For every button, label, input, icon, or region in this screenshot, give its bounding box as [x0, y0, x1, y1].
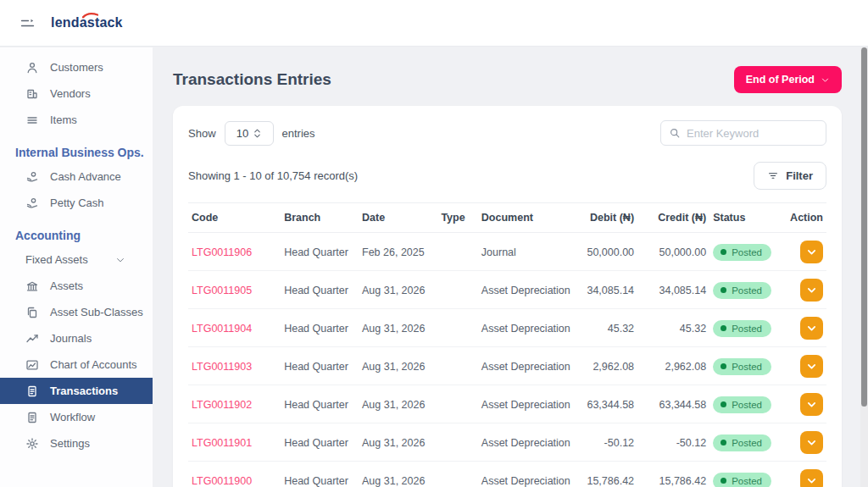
sidebar-item-vendors[interactable]: Vendors	[0, 80, 153, 107]
document-cell: Asset Depreciation	[478, 423, 580, 462]
row-action-button[interactable]	[800, 431, 823, 454]
sidebar-item-items[interactable]: Items	[0, 107, 153, 133]
table-header-row: Code Branch Date Type Document Debit (₦)…	[188, 203, 826, 233]
action-cell	[780, 309, 826, 347]
scrollbar-thumb[interactable]	[861, 47, 867, 407]
end-of-period-button[interactable]: End of Period	[734, 66, 842, 93]
table-row: LTG0011905Head QuarterAug 31, 2026Asset …	[188, 271, 826, 309]
sidebar-item-petty-cash[interactable]: Petty Cash	[0, 190, 153, 216]
branch-cell: Head Quarter	[281, 462, 359, 487]
status-label: Posted	[732, 324, 762, 334]
search-input[interactable]	[687, 127, 818, 140]
sidebar-item-label: Customers	[50, 61, 103, 74]
document-cell: Journal	[478, 233, 580, 271]
sidebar-item-cash-advance[interactable]: Cash Advance	[0, 163, 153, 190]
sidebar-item-label: Items	[50, 113, 77, 126]
sidebar-item-label: Assets	[50, 279, 83, 292]
row-action-button[interactable]	[800, 241, 823, 263]
sidebar-item-label: Transactions	[50, 385, 118, 397]
debit-cell: 34,085.14	[580, 271, 637, 309]
search-box	[660, 120, 826, 146]
col-type: Type	[437, 203, 477, 233]
type-cell	[437, 347, 477, 385]
transaction-code-link[interactable]: LTG0011906	[188, 233, 281, 271]
col-credit: Credit (₦)	[637, 203, 709, 233]
transaction-code-link[interactable]: LTG0011900	[188, 462, 281, 487]
transaction-code-link[interactable]: LTG0011903	[188, 347, 281, 385]
date-cell: Aug 31, 2026	[359, 385, 437, 423]
status-badge: Posted	[713, 396, 771, 413]
page-size-select[interactable]: 10	[225, 121, 274, 146]
col-action: Action	[780, 203, 826, 233]
app-logo: lendastack	[51, 15, 123, 30]
status-badge: Posted	[713, 434, 771, 451]
status-badge: Posted	[713, 320, 771, 337]
transaction-code-link[interactable]: LTG0011902	[188, 385, 281, 423]
chevron-down-icon	[806, 361, 817, 372]
status-dot-icon	[721, 401, 726, 407]
sidebar-item-transactions[interactable]: Transactions	[0, 378, 153, 404]
filter-button[interactable]: Filter	[754, 162, 826, 190]
chevron-down-icon	[806, 437, 817, 448]
table-row: LTG0011902Head QuarterAug 31, 2026Asset …	[188, 385, 826, 423]
sidebar-group-fixed-assets[interactable]: Fixed Assets	[0, 246, 153, 273]
page-size-value: 10	[236, 127, 248, 140]
main-content: Transactions Entries End of Period Show …	[153, 47, 860, 487]
status-dot-icon	[721, 287, 726, 293]
date-cell: Aug 31, 2026	[359, 462, 437, 487]
transaction-code-link[interactable]: LTG0011905	[188, 271, 281, 309]
hand-money-icon	[25, 196, 39, 210]
type-cell	[437, 462, 477, 487]
sidebar-item-assets[interactable]: Assets	[0, 273, 153, 299]
sidebar-item-label: Petty Cash	[50, 196, 104, 209]
status-cell: Posted	[709, 347, 780, 385]
debit-cell: 45.32	[580, 309, 637, 347]
transactions-table: Code Branch Date Type Document Debit (₦)…	[188, 202, 826, 487]
type-cell	[437, 309, 477, 347]
status-badge: Posted	[713, 244, 771, 261]
end-of-period-label: End of Period	[746, 74, 815, 86]
status-label: Posted	[732, 362, 762, 372]
table-row: LTG0011903Head QuarterAug 31, 2026Asset …	[188, 347, 826, 385]
status-label: Posted	[732, 438, 762, 448]
table-row: LTG0011900Head QuarterAug 31, 2026Asset …	[188, 462, 826, 487]
row-action-button[interactable]	[800, 279, 823, 302]
row-action-button[interactable]	[800, 317, 823, 340]
sidebar-item-settings[interactable]: Settings	[0, 430, 153, 457]
sidebar-item-journals[interactable]: Journals	[0, 325, 153, 351]
user-icon	[25, 61, 39, 75]
copy-icon	[25, 306, 39, 319]
sidebar-section-accounting: Accounting	[0, 229, 153, 242]
vertical-scrollbar[interactable]	[860, 47, 868, 487]
status-label: Posted	[732, 400, 762, 410]
entries-label: entries	[282, 127, 315, 140]
sidebar-item-chart-of-accounts[interactable]: Chart of Accounts	[0, 351, 153, 378]
status-dot-icon	[721, 325, 726, 331]
select-spinner-icon	[253, 129, 261, 138]
credit-cell: 34,085.14	[637, 271, 709, 309]
action-cell	[780, 423, 826, 462]
sidebar-item-label: Chart of Accounts	[50, 358, 137, 371]
transactions-card: Show 10 entries Showing 1 - 10 of 10,754…	[173, 106, 842, 487]
transaction-code-link[interactable]: LTG0011904	[188, 309, 281, 347]
chart-icon	[25, 358, 39, 372]
gear-icon	[25, 437, 39, 451]
sidebar-item-customers[interactable]: Customers	[0, 54, 153, 80]
sidebar-item-asset-sub-classes[interactable]: Asset Sub-Classes	[0, 299, 153, 325]
sidebar-toggle-icon[interactable]	[17, 13, 37, 33]
sidebar-item-workflow[interactable]: Workflow	[0, 404, 153, 430]
bank-icon	[25, 279, 39, 293]
date-cell: Aug 31, 2026	[359, 423, 437, 462]
action-cell	[780, 385, 826, 423]
transaction-code-link[interactable]: LTG0011901	[188, 423, 281, 462]
action-cell	[780, 347, 826, 385]
row-action-button[interactable]	[800, 393, 823, 416]
row-action-button[interactable]	[800, 469, 823, 487]
status-cell: Posted	[709, 423, 780, 462]
row-action-button[interactable]	[800, 355, 823, 378]
col-date: Date	[359, 203, 437, 233]
credit-cell: -50.12	[637, 423, 709, 462]
document-cell: Asset Depreciation	[478, 347, 580, 385]
status-label: Posted	[732, 247, 762, 257]
chevron-down-icon	[115, 255, 125, 265]
